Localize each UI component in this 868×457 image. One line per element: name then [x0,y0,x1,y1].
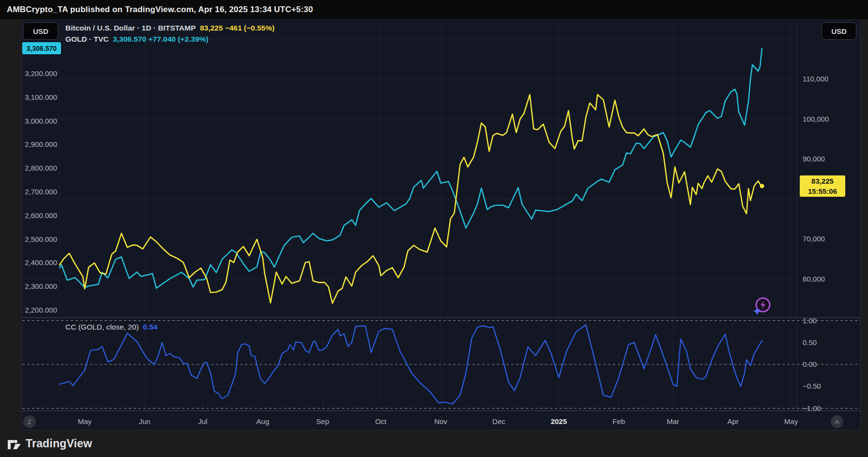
auto-scale-label: A [835,418,839,425]
gold-axis-tick-label: 2,400.000 [22,258,57,267]
published-chart-page: AMBCrypto_TA published on TradingView.co… [0,0,868,457]
btc-axis-tick-label: 90,000 [803,155,825,163]
chart-legend: Bitcoin / U.S. Dollar · 1D · BITSTAMP 83… [65,22,274,45]
btc-legend-price: 83,225 [200,24,223,32]
gold-axis-tick-label: 2,800.000 [22,164,57,172]
gold-symbol-title: GOLD · TVC [65,35,109,44]
indicator-value: 0.54 [143,323,157,331]
time-axis-label-mar[interactable]: Mar [667,417,679,425]
time-axis-label-feb[interactable]: Feb [612,417,625,425]
btc-axis-tick-label: 100,000 [803,115,829,123]
time-axis-label-aug[interactable]: Aug [256,417,269,425]
btc-last-point-marker [760,184,764,188]
indicator-legend[interactable]: CC (GOLD, close, 20) 0.54 [65,323,157,331]
time-axis-label-apr[interactable]: Apr [727,417,738,425]
time-axis-label-dec[interactable]: Dec [492,417,505,425]
gold-axis-tick-label: 2,700.000 [22,188,57,196]
legend-spacer [109,35,113,44]
btc-last-price-value: 83,225 [811,176,834,186]
cc-axis-tick-label: −0.50 [803,382,821,390]
btc-legend-change: −461 (−0.55%) [225,24,275,32]
gold-legend-change: +77.040 (+2.39%) [148,35,208,44]
auto-scale-button[interactable]: A [831,415,843,428]
left-price-scale-currency-button[interactable]: USD [23,22,58,40]
time-axis-label-oct[interactable]: Oct [375,417,386,425]
timezone-label: Z [28,418,31,425]
gold-axis-tick-label: 3,100.000 [22,93,57,101]
btc-bar-countdown: 15:55:06 [808,186,837,196]
time-axis-label-nov[interactable]: Nov [434,417,447,425]
time-axis-label-jun[interactable]: Jun [139,417,151,425]
legend-spacer [139,323,143,331]
btc-symbol-title: Bitcoin / U.S. Dollar · 1D · BITSTAMP [65,24,196,32]
gold-axis-tick-label: 2,200.000 [22,306,57,314]
indicator-title: CC (GOLD, close, 20) [65,323,139,331]
gold-legend-price: 3,306.570 [113,35,146,44]
gold-axis-tick-label: 3,000.000 [22,117,57,125]
btc-axis-tick-label: 70,000 [803,235,825,243]
gold-axis-tick-label: 2,300.000 [22,282,57,290]
page-footer: TradingView [0,430,868,457]
cc-axis-tick-label: 1.00 [803,316,817,325]
tradingview-wordmark: TradingView [26,437,92,450]
legend-row-btc[interactable]: Bitcoin / U.S. Dollar · 1D · BITSTAMP 83… [65,22,274,33]
gold-axis-tick-label: 3,200.000 [22,69,57,78]
time-axis-label-jul[interactable]: Jul [198,417,207,425]
btc-last-price-badge: 83,225 15:55:06 [800,175,845,197]
gold-axis-tick-label: 2,900.000 [22,140,57,148]
gold-series-line[interactable] [60,48,762,288]
time-axis-label-may[interactable]: May [784,417,798,425]
legend-spacer [196,24,200,32]
gold-last-price-value: 3,306.570 [27,45,57,52]
cc-axis-tick-label: 0.00 [803,360,817,368]
time-axis-label-2025[interactable]: 2025 [551,417,567,425]
chart-canvas[interactable] [0,0,868,457]
right-price-scale-currency-button[interactable]: USD [822,22,856,40]
left-currency-label: USD [33,27,48,35]
ai-assistant-icon[interactable] [751,295,773,317]
cc-axis-tick-label: 0.50 [803,338,817,347]
btc-axis-tick-label: 60,000 [803,275,825,283]
btc-axis-tick-label: 110,000 [803,75,828,83]
legend-row-gold[interactable]: GOLD · TVC 3,306.570 +77.040 (+2.39%) [65,33,274,45]
cc-axis-tick-label: −1.00 [803,404,821,412]
right-currency-label: USD [831,27,847,35]
tradingview-logo-icon [7,437,21,451]
time-axis-label-sep[interactable]: Sep [316,417,329,425]
time-axis-label-may[interactable]: May [78,417,91,425]
gold-axis-tick-label: 2,500.000 [22,235,57,243]
tradingview-brand-link[interactable]: TradingView [0,437,92,451]
gold-axis-tick-label: 2,600.000 [22,211,57,220]
gold-last-price-badge: 3,306.570 [22,42,61,54]
timezone-button[interactable]: Z [23,415,36,428]
